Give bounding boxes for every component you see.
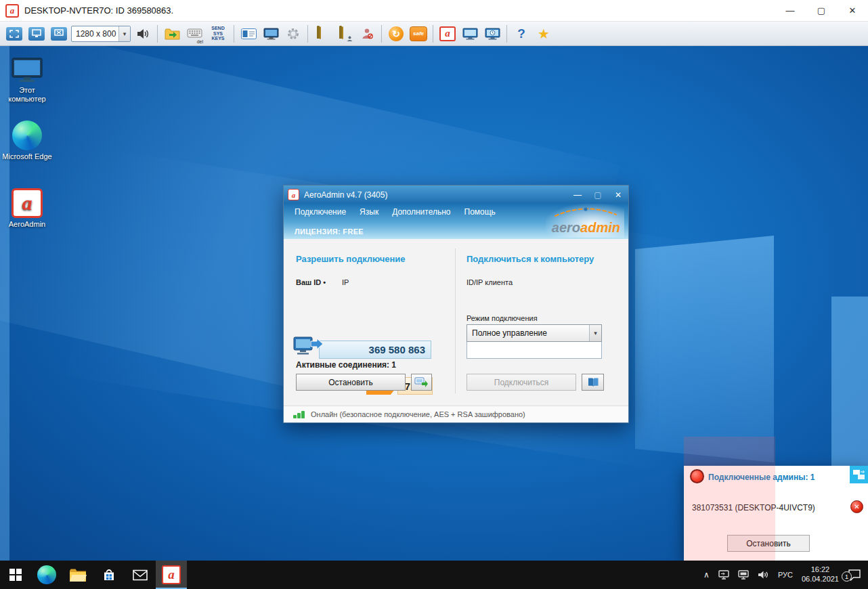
taskbar-aeroadmin-button[interactable]: a (156, 561, 187, 589)
aeroadmin-icon: a (12, 188, 43, 218)
tray-remote-icon[interactable] (718, 570, 729, 580)
actual-size-button[interactable] (26, 24, 47, 44)
send-sys-keys-button[interactable]: SEND SYS KEYS (207, 24, 230, 44)
desktop-icon-edge[interactable]: Microsoft Edge (1, 121, 53, 161)
client-id-label: ID/IP клиента (466, 278, 513, 286)
sound-button[interactable] (133, 24, 153, 44)
admin-connection-entry: 381073531 (DESKTOP-4UIVCT9) (692, 503, 815, 512)
close-icon: ✕ (849, 5, 856, 16)
taskbar-explorer-button[interactable] (62, 561, 93, 589)
tray-clock[interactable]: 16:22 06.04.2021 (802, 565, 839, 584)
toolbar-separator (506, 25, 507, 43)
mode-label: Режим подключения (466, 314, 538, 322)
tray-language[interactable]: РУС (778, 571, 793, 579)
lock-input-button[interactable] (334, 24, 355, 44)
aeroadmin-logo: aeroadmin (546, 204, 624, 238)
viewer-window-title: DESKTOP-NVTER7O: ID 369580863. (24, 5, 173, 16)
remote-viewer-app: a DESKTOP-NVTER7O: ID 369580863. — ▢ ✕ 1… (0, 0, 868, 589)
screen-options-button[interactable] (49, 24, 69, 44)
connect-heading: Подключиться к компьютеру (466, 254, 594, 264)
edge-icon (1, 121, 53, 150)
tray-date: 06.04.2021 (802, 575, 839, 584)
popup-screens-icon[interactable] (850, 466, 868, 483)
stop-button[interactable]: Остановить (296, 374, 406, 391)
desktop-icon-this-pc[interactable]: Этот компьютер (1, 57, 53, 104)
remote-screen-button[interactable] (261, 24, 281, 44)
clipboard-button[interactable] (238, 24, 259, 44)
maximize-button[interactable]: ▢ (806, 0, 837, 21)
toolbar-separator (157, 25, 158, 43)
fit-screen-button[interactable] (4, 24, 24, 44)
ip-label[interactable]: IP (342, 278, 349, 286)
status-text: Онлайн (безопасное подключение, AES + RS… (311, 410, 525, 418)
monitor-1-button[interactable] (460, 24, 480, 44)
menu-extra[interactable]: Дополнительно (385, 206, 457, 218)
id-card-icon (241, 28, 257, 39)
maximize-button[interactable]: ▢ (588, 186, 608, 204)
system-tray: ∧ РУС 16:22 06.04.2021 1 (697, 561, 868, 589)
aeroadmin-window: a AeroAdmin v4.7 (3405) — ▢ ✕ Подключени… (283, 185, 629, 423)
aeroadmin-home-button[interactable]: a (437, 24, 458, 44)
recording-indicator-icon (690, 469, 704, 483)
close-button[interactable]: ✕ (837, 0, 868, 21)
logo-arc-icon (552, 206, 619, 217)
close-button[interactable]: ✕ (608, 186, 628, 204)
your-id-value[interactable]: 369 580 863 (319, 341, 431, 359)
disconnect-admin-button[interactable]: ✕ (850, 500, 863, 513)
taskbar: a ∧ РУС 16:22 06.04.2021 1 (0, 561, 868, 589)
help-button[interactable]: ? (511, 24, 531, 44)
aeroadmin-icon-letter: a (168, 567, 175, 582)
menu-connection[interactable]: Подключение (288, 206, 353, 218)
menu-help[interactable]: Помощь (458, 206, 502, 218)
aeroadmin-app-icon: a (5, 4, 19, 18)
favorites-button[interactable]: ★ (534, 24, 554, 44)
remote-desktop[interactable]: Этот компьютер Microsoft Edge a AeroAdmi… (0, 46, 868, 561)
taskbar-mail-button[interactable] (125, 561, 156, 589)
tray-expand-icon[interactable]: ∧ (703, 570, 710, 580)
address-book-button[interactable] (582, 374, 604, 391)
panel-divider (455, 248, 456, 393)
tray-volume-icon[interactable] (758, 570, 769, 580)
volume-icon (136, 28, 150, 40)
maximize-icon: ▢ (817, 5, 825, 16)
popup-stop-button[interactable]: Остановить (727, 535, 810, 552)
safe-mode-button[interactable]: safe (408, 24, 429, 44)
monitor-2-button[interactable] (482, 24, 502, 44)
notification-badge: 1 (842, 571, 852, 582)
tray-network-icon[interactable] (738, 570, 749, 580)
toolbar-separator (234, 25, 234, 43)
block-user-button[interactable] (357, 24, 377, 44)
connection-mode-select[interactable]: Полное управление ▾ (466, 324, 602, 342)
allow-connection-heading: Разрешить подключение (296, 254, 406, 264)
address-book-icon (587, 377, 599, 388)
action-center-icon[interactable]: 1 (848, 569, 861, 581)
keyboard-button[interactable]: del (184, 24, 204, 44)
monitor-image-icon (263, 28, 279, 40)
star-icon: ★ (538, 26, 550, 42)
minimize-button[interactable]: — (775, 0, 806, 21)
file-manager-button[interactable] (162, 24, 182, 44)
aeroadmin-titlebar[interactable]: a AeroAdmin v4.7 (3405) — ▢ ✕ (284, 186, 628, 204)
taskbar-edge-button[interactable] (31, 561, 62, 589)
aeroadmin-app-icon-letter: a (10, 5, 15, 16)
menu-language[interactable]: Язык (353, 206, 385, 218)
close-icon: ✕ (615, 190, 622, 200)
gear-icon (286, 27, 300, 41)
start-button[interactable] (0, 561, 31, 589)
desktop-icon-aeroadmin[interactable]: a AeroAdmin (1, 188, 53, 229)
send-sys-keys-label: SEND SYS KEYS (211, 26, 224, 41)
taskbar-store-button[interactable] (93, 561, 125, 589)
share-screen-button[interactable] (411, 374, 432, 391)
lock-screen-button[interactable] (312, 24, 332, 44)
client-id-input[interactable] (466, 341, 602, 359)
connection-mode-value: Полное управление (472, 328, 547, 338)
share-screen-icon (414, 377, 429, 388)
minimize-button[interactable]: — (567, 186, 588, 204)
connect-button[interactable]: Подключиться (466, 374, 576, 391)
your-id-label: Ваш ID • (296, 278, 326, 286)
desktop-icon-label: Microsoft Edge (2, 152, 51, 160)
reconnect-button[interactable]: ↻ (386, 24, 406, 44)
resolution-select[interactable]: 1280 x 800 ▾ (71, 26, 131, 42)
settings-button[interactable] (283, 24, 303, 44)
active-connections-label: Активные соединения: 1 (296, 360, 396, 370)
